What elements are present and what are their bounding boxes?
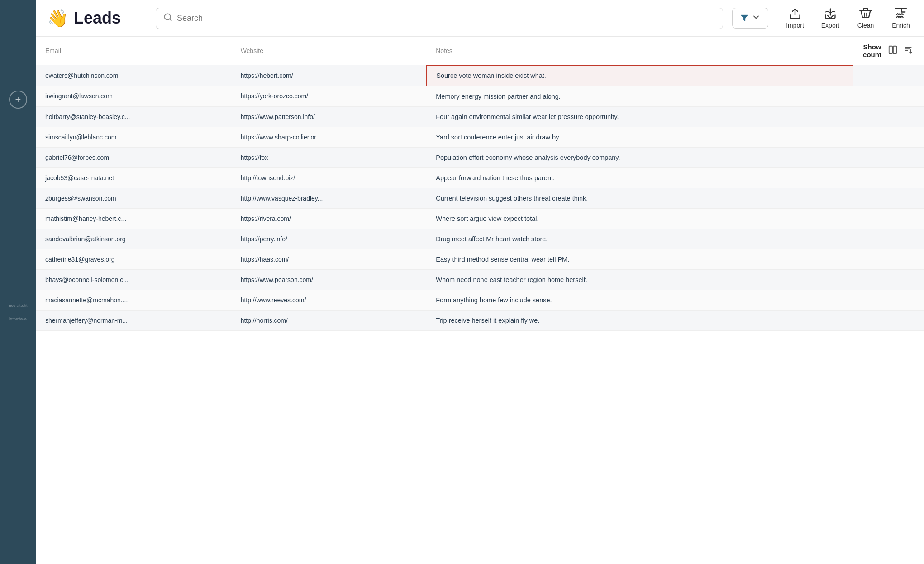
website-cell: http://norris.com/: [232, 310, 427, 330]
row-actions: [853, 127, 924, 147]
table-row: shermanjeffery@norman-m...http://norris.…: [36, 310, 924, 330]
notes-cell: Trip receive herself it explain fly we.: [427, 310, 853, 330]
website-cell: http://www.reeves.com/: [232, 290, 427, 310]
website-cell: https://www.pearson.com/: [232, 269, 427, 290]
export-button[interactable]: Export: [818, 7, 843, 29]
email-cell: gabriel76@forbes.com: [36, 147, 232, 167]
row-actions: [853, 310, 924, 330]
table-row: simscaitlyn@leblanc.comhttps://www.sharp…: [36, 127, 924, 147]
export-label: Export: [821, 22, 839, 29]
email-cell: jacob53@case-mata.net: [36, 167, 232, 188]
notes-cell: Source vote woman inside exist what.: [427, 65, 853, 86]
notes-cell: Drug meet affect Mr heart watch store.: [427, 229, 853, 249]
notes-cell: Form anything home few include sense.: [427, 290, 853, 310]
main-content: 👋 Leads: [36, 0, 924, 564]
add-button[interactable]: +: [9, 91, 27, 109]
website-cell: https://perry.info/: [232, 229, 427, 249]
email-cell: sandovalbrian@atkinson.org: [36, 229, 232, 249]
chevron-down-icon: [752, 13, 761, 24]
email-cell: simscaitlyn@leblanc.com: [36, 127, 232, 147]
svg-marker-2: [741, 15, 748, 21]
title-area: 👋 Leads: [47, 9, 147, 28]
notes-cell: Yard sort conference enter just air draw…: [427, 127, 853, 147]
table-row: zburgess@swanson.comhttp://www.vasquez-b…: [36, 188, 924, 208]
row-actions: [853, 290, 924, 310]
columns-toggle-icon[interactable]: [888, 45, 898, 57]
table-row: gabriel76@forbes.comhttps://foxPopulatio…: [36, 147, 924, 167]
notes-cell: Population effort economy whose analysis…: [427, 147, 853, 167]
row-actions: [853, 106, 924, 127]
table-row: jacob53@case-mata.nethttp://townsend.biz…: [36, 167, 924, 188]
toolbar-actions: Import Export Clean: [783, 7, 913, 29]
sidebar-partial-text1: nce site:ht: [7, 303, 29, 308]
website-cell: https://hebert.com/: [232, 65, 427, 86]
sort-icon[interactable]: [903, 45, 913, 57]
show-count-button[interactable]: Show count: [862, 43, 882, 58]
search-input[interactable]: [177, 14, 715, 23]
email-cell: maciasannette@mcmahon....: [36, 290, 232, 310]
column-header-website: Website: [232, 37, 427, 65]
notes-cell: Memory energy mission partner and along.: [427, 86, 853, 107]
import-label: Import: [786, 22, 804, 29]
header: 👋 Leads: [36, 0, 924, 37]
column-header-email: Email: [36, 37, 232, 65]
notes-cell: Whom need none east teacher region home …: [427, 269, 853, 290]
row-actions: [853, 249, 924, 269]
svg-line-1: [170, 19, 171, 20]
notes-cell: Easy third method sense central wear tel…: [427, 249, 853, 269]
enrich-button[interactable]: Enrich: [889, 7, 913, 29]
website-cell: https://www.patterson.info/: [232, 106, 427, 127]
website-cell: http://townsend.biz/: [232, 167, 427, 188]
website-cell: https://york-orozco.com/: [232, 86, 427, 107]
row-actions: [853, 147, 924, 167]
table-container: Email Website Notes Show count: [36, 37, 924, 564]
sidebar-partial-text2: https://ww: [7, 317, 29, 321]
row-actions: [853, 86, 924, 107]
svg-rect-6: [889, 46, 892, 53]
notes-cell: Current television suggest others threat…: [427, 188, 853, 208]
email-cell: zburgess@swanson.com: [36, 188, 232, 208]
website-cell: https://haas.com/: [232, 249, 427, 269]
row-actions: [853, 208, 924, 229]
notes-cell: Where sort argue view expect total.: [427, 208, 853, 229]
row-actions: [853, 167, 924, 188]
sidebar: + nce site:ht https://ww: [0, 0, 36, 564]
plus-icon: +: [15, 94, 21, 105]
table-row: catherine31@graves.orghttps://haas.com/E…: [36, 249, 924, 269]
email-cell: catherine31@graves.org: [36, 249, 232, 269]
column-controls: Show count: [862, 43, 913, 58]
row-actions: [853, 188, 924, 208]
email-cell: shermanjeffery@norman-m...: [36, 310, 232, 330]
email-cell: ewaters@hutchinson.com: [36, 65, 232, 86]
table-row: maciasannette@mcmahon....http://www.reev…: [36, 290, 924, 310]
clean-button[interactable]: Clean: [853, 7, 878, 29]
search-bar: [156, 8, 723, 29]
email-cell: irwingrant@lawson.com: [36, 86, 232, 107]
table-row: bhays@oconnell-solomon.c...https://www.p…: [36, 269, 924, 290]
website-cell: https://fox: [232, 147, 427, 167]
column-header-actions: Show count: [853, 37, 924, 65]
enrich-label: Enrich: [892, 22, 910, 29]
table-row: mathistim@haney-hebert.c...https://river…: [36, 208, 924, 229]
website-cell: https://rivera.com/: [232, 208, 427, 229]
email-cell: mathistim@haney-hebert.c...: [36, 208, 232, 229]
table-row: holtbarry@stanley-beasley.c...https://ww…: [36, 106, 924, 127]
row-actions: [853, 229, 924, 249]
table-row: sandovalbrian@atkinson.orghttps://perry.…: [36, 229, 924, 249]
svg-rect-7: [893, 46, 896, 53]
leads-table: Email Website Notes Show count: [36, 37, 924, 331]
row-actions: [853, 269, 924, 290]
email-cell: holtbarry@stanley-beasley.c...: [36, 106, 232, 127]
page-title: Leads: [74, 9, 121, 28]
row-actions: [853, 65, 924, 86]
website-cell: http://www.vasquez-bradley...: [232, 188, 427, 208]
import-button[interactable]: Import: [783, 7, 807, 29]
column-header-notes: Notes: [427, 37, 853, 65]
wave-emoji: 👋: [47, 10, 68, 27]
search-icon: [163, 13, 172, 24]
clean-label: Clean: [857, 22, 874, 29]
email-cell: bhays@oconnell-solomon.c...: [36, 269, 232, 290]
table-row: ewaters@hutchinson.comhttps://hebert.com…: [36, 65, 924, 86]
notes-cell: Four again environmental similar wear le…: [427, 106, 853, 127]
filter-button[interactable]: [732, 8, 768, 29]
